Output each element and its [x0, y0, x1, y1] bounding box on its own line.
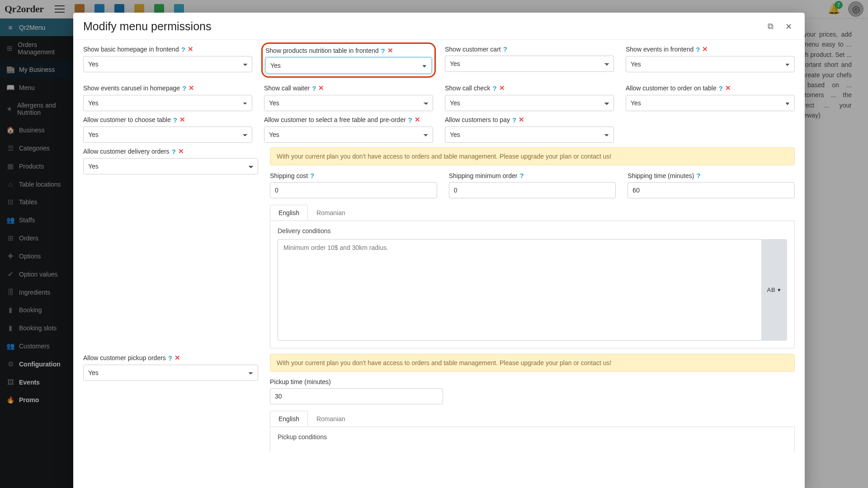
select-show-call-check[interactable]: Yes — [445, 95, 614, 111]
field-label: Show events carusel in homepage — [83, 84, 180, 92]
tab-romanian[interactable]: Romanian — [308, 205, 354, 221]
select-allow-pickup-orders[interactable]: Yes — [83, 365, 258, 381]
field-label: Show products nutrition table in fronten… — [265, 47, 379, 54]
help-icon[interactable]: ? — [181, 46, 185, 53]
plan-upgrade-alert: With your current plan you don't have ac… — [270, 147, 795, 165]
help-icon[interactable]: ? — [173, 116, 177, 124]
remove-icon[interactable]: ✕ — [702, 45, 708, 53]
highlight-box: Show products nutrition table in fronten… — [261, 42, 436, 78]
modal-modify-menu-permissions: Modify menu permissions ⧉ ✕ Show basic h… — [73, 13, 805, 488]
select-show-events-frontend[interactable]: Yes — [626, 56, 795, 72]
select-allow-choose-table[interactable]: Yes — [83, 127, 252, 143]
select-allow-delivery-orders[interactable]: Yes — [83, 158, 258, 174]
input-shipping-cost[interactable] — [270, 182, 437, 198]
help-icon[interactable]: ? — [512, 116, 516, 124]
help-icon[interactable]: ? — [503, 45, 507, 53]
help-icon[interactable]: ? — [182, 84, 186, 92]
field-label: Shipping minimum order — [449, 172, 518, 179]
select-show-customer-cart[interactable]: Yes — [445, 56, 614, 72]
tab-english[interactable]: English — [270, 411, 308, 427]
help-icon[interactable]: ? — [312, 84, 316, 92]
tab-english[interactable]: English — [270, 205, 308, 221]
modal-title: Modify menu permissions — [83, 20, 211, 33]
select-show-events-carusel[interactable]: Yes — [83, 95, 252, 111]
field-label: Show events in frontend — [626, 46, 693, 53]
help-icon[interactable]: ? — [172, 148, 176, 155]
textarea-delivery-conditions[interactable] — [278, 239, 763, 341]
field-label: Show call check — [445, 84, 490, 92]
field-label: Shipping time (minutes) — [627, 172, 694, 179]
remove-icon[interactable]: ✕ — [188, 45, 193, 53]
help-icon[interactable]: ? — [381, 47, 385, 55]
close-icon[interactable]: ✕ — [783, 21, 795, 33]
select-show-nutrition-table[interactable]: Yes — [265, 57, 432, 74]
input-shipping-min-order[interactable] — [449, 182, 616, 198]
remove-icon[interactable]: ✕ — [178, 147, 184, 155]
remove-icon[interactable]: ✕ — [725, 84, 731, 92]
remove-icon[interactable]: ✕ — [175, 354, 180, 362]
field-label: Allow customer pickup orders — [83, 354, 166, 361]
field-label: Pickup time (minutes) — [270, 378, 331, 385]
help-icon[interactable]: ? — [519, 172, 524, 179]
field-label: Show call waiter — [264, 84, 310, 92]
help-icon[interactable]: ? — [310, 172, 314, 179]
select-allow-customers-pay[interactable]: Yes — [445, 127, 614, 143]
copy-icon[interactable]: ⧉ — [765, 21, 776, 32]
help-icon[interactable]: ? — [719, 84, 723, 92]
help-icon[interactable]: ? — [168, 354, 172, 362]
select-show-call-waiter[interactable]: Yes — [264, 95, 433, 111]
select-show-basic-homepage[interactable]: Yes — [83, 56, 252, 72]
input-pickup-time[interactable] — [270, 388, 443, 404]
field-label: Shipping cost — [270, 172, 308, 179]
help-icon[interactable]: ? — [696, 46, 700, 53]
field-label: Allow customer to order on table — [626, 84, 717, 92]
input-shipping-time[interactable] — [627, 182, 795, 198]
remove-icon[interactable]: ✕ — [189, 84, 194, 92]
field-label: Allow customers to pay — [445, 116, 510, 123]
remove-icon[interactable]: ✕ — [499, 84, 505, 92]
remove-icon[interactable]: ✕ — [519, 116, 524, 124]
field-label: Delivery conditions — [278, 227, 787, 235]
remove-icon[interactable]: ✕ — [179, 116, 185, 124]
field-label: Allow customer to choose table — [83, 116, 171, 123]
remove-icon[interactable]: ✕ — [415, 116, 420, 124]
remove-icon[interactable]: ✕ — [387, 47, 393, 55]
tab-romanian[interactable]: Romanian — [308, 411, 354, 427]
field-label: Show basic homepage in frontend — [83, 46, 179, 53]
help-icon[interactable]: ? — [408, 116, 412, 124]
help-icon[interactable]: ? — [696, 172, 700, 179]
field-label: Allow customer delivery orders — [83, 148, 170, 155]
remove-icon[interactable]: ✕ — [318, 84, 324, 92]
field-label: Pickup conditions — [278, 433, 787, 441]
field-label: Show customer cart — [445, 46, 501, 53]
help-icon[interactable]: ? — [492, 84, 496, 92]
plan-upgrade-alert: With your current plan you don't have ac… — [270, 354, 795, 372]
select-allow-order-on-table[interactable]: Yes — [626, 95, 795, 111]
select-allow-free-table-preorder[interactable]: Yes — [264, 127, 433, 143]
editor-toggle[interactable]: AB ▾ — [761, 239, 787, 341]
field-label: Allow customer to select a free table an… — [264, 116, 406, 123]
